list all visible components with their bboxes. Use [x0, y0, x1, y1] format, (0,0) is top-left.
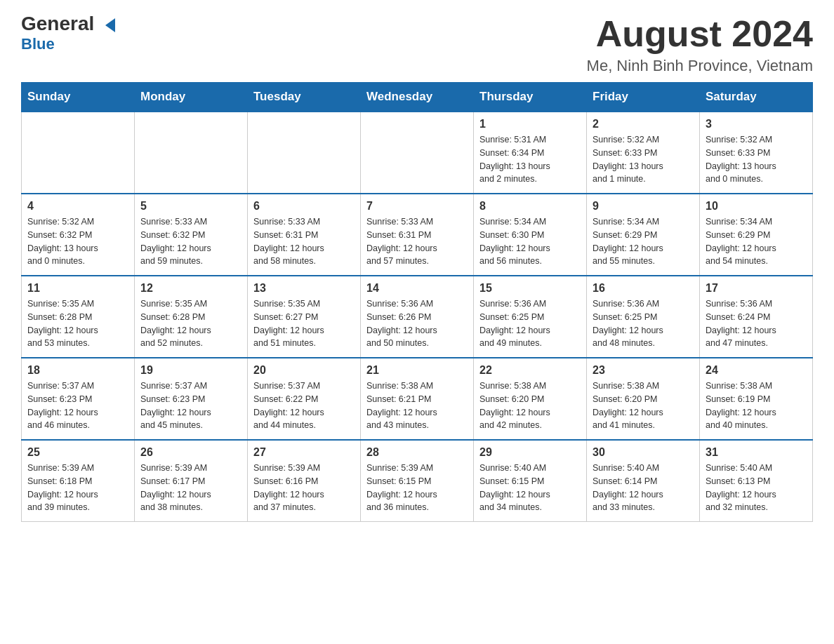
calendar-cell: 26Sunrise: 5:39 AM Sunset: 6:17 PM Dayli… [135, 440, 248, 522]
weekday-header-thursday: Thursday [474, 83, 587, 112]
day-number: 23 [593, 364, 694, 377]
day-number: 28 [366, 446, 468, 459]
logo-general: General [21, 14, 115, 34]
calendar-cell: 24Sunrise: 5:38 AM Sunset: 6:19 PM Dayli… [700, 358, 813, 440]
calendar-cell: 25Sunrise: 5:39 AM Sunset: 6:18 PM Dayli… [22, 440, 135, 522]
weekday-header-saturday: Saturday [700, 83, 813, 112]
day-info: Sunrise: 5:36 AM Sunset: 6:26 PM Dayligh… [366, 297, 468, 350]
day-info: Sunrise: 5:33 AM Sunset: 6:31 PM Dayligh… [366, 215, 468, 268]
day-number: 13 [253, 282, 355, 295]
weekday-header-friday: Friday [587, 83, 700, 112]
day-info: Sunrise: 5:36 AM Sunset: 6:25 PM Dayligh… [479, 297, 581, 350]
title-block: August 2024 Me, Ninh Binh Province, Viet… [587, 14, 813, 75]
day-info: Sunrise: 5:39 AM Sunset: 6:18 PM Dayligh… [27, 462, 128, 514]
day-number: 31 [706, 446, 807, 459]
calendar-cell: 14Sunrise: 5:36 AM Sunset: 6:26 PM Dayli… [361, 276, 474, 358]
day-info: Sunrise: 5:32 AM Sunset: 6:33 PM Dayligh… [593, 133, 694, 186]
day-number: 2 [593, 118, 694, 130]
calendar-cell [22, 112, 135, 194]
calendar-cell: 19Sunrise: 5:37 AM Sunset: 6:23 PM Dayli… [135, 358, 248, 440]
day-number: 21 [366, 364, 468, 377]
calendar-cell: 5Sunrise: 5:33 AM Sunset: 6:32 PM Daylig… [135, 194, 248, 276]
calendar-cell: 3Sunrise: 5:32 AM Sunset: 6:33 PM Daylig… [700, 112, 813, 194]
month-year-title: August 2024 [587, 14, 813, 54]
day-number: 30 [593, 446, 694, 459]
calendar-cell: 29Sunrise: 5:40 AM Sunset: 6:15 PM Dayli… [474, 440, 587, 522]
day-info: Sunrise: 5:34 AM Sunset: 6:29 PM Dayligh… [706, 215, 807, 268]
day-info: Sunrise: 5:32 AM Sunset: 6:33 PM Dayligh… [706, 133, 807, 186]
calendar-cell [361, 112, 474, 194]
calendar-table: SundayMondayTuesdayWednesdayThursdayFrid… [21, 82, 813, 522]
calendar-cell: 18Sunrise: 5:37 AM Sunset: 6:23 PM Dayli… [22, 358, 135, 440]
calendar-cell: 27Sunrise: 5:39 AM Sunset: 6:16 PM Dayli… [248, 440, 361, 522]
day-info: Sunrise: 5:39 AM Sunset: 6:15 PM Dayligh… [366, 462, 468, 514]
week-row-5: 25Sunrise: 5:39 AM Sunset: 6:18 PM Dayli… [22, 440, 813, 522]
day-number: 10 [706, 200, 807, 213]
weekday-header-tuesday: Tuesday [248, 83, 361, 112]
calendar-cell: 10Sunrise: 5:34 AM Sunset: 6:29 PM Dayli… [700, 194, 813, 276]
day-number: 22 [479, 364, 581, 377]
day-number: 1 [479, 118, 581, 130]
day-number: 27 [253, 446, 355, 459]
day-info: Sunrise: 5:33 AM Sunset: 6:32 PM Dayligh… [140, 215, 241, 268]
week-row-1: 1Sunrise: 5:31 AM Sunset: 6:34 PM Daylig… [22, 112, 813, 194]
day-number: 18 [27, 364, 128, 377]
day-info: Sunrise: 5:38 AM Sunset: 6:20 PM Dayligh… [479, 380, 581, 432]
logo: General Blue [21, 14, 115, 53]
calendar-cell: 8Sunrise: 5:34 AM Sunset: 6:30 PM Daylig… [474, 194, 587, 276]
day-info: Sunrise: 5:35 AM Sunset: 6:28 PM Dayligh… [140, 297, 241, 350]
calendar-cell: 11Sunrise: 5:35 AM Sunset: 6:28 PM Dayli… [22, 276, 135, 358]
weekday-header-sunday: Sunday [22, 83, 135, 112]
calendar-cell: 23Sunrise: 5:38 AM Sunset: 6:20 PM Dayli… [587, 358, 700, 440]
calendar-cell: 17Sunrise: 5:36 AM Sunset: 6:24 PM Dayli… [700, 276, 813, 358]
day-info: Sunrise: 5:34 AM Sunset: 6:29 PM Dayligh… [593, 215, 694, 268]
day-info: Sunrise: 5:35 AM Sunset: 6:28 PM Dayligh… [27, 297, 128, 350]
day-info: Sunrise: 5:38 AM Sunset: 6:19 PM Dayligh… [706, 380, 807, 432]
calendar-cell: 15Sunrise: 5:36 AM Sunset: 6:25 PM Dayli… [474, 276, 587, 358]
calendar-cell: 21Sunrise: 5:38 AM Sunset: 6:21 PM Dayli… [361, 358, 474, 440]
calendar-cell: 30Sunrise: 5:40 AM Sunset: 6:14 PM Dayli… [587, 440, 700, 522]
day-number: 17 [706, 282, 807, 295]
day-number: 3 [706, 118, 807, 130]
day-info: Sunrise: 5:37 AM Sunset: 6:23 PM Dayligh… [27, 380, 128, 432]
day-info: Sunrise: 5:39 AM Sunset: 6:16 PM Dayligh… [253, 462, 355, 514]
day-info: Sunrise: 5:38 AM Sunset: 6:21 PM Dayligh… [366, 380, 468, 432]
day-info: Sunrise: 5:33 AM Sunset: 6:31 PM Dayligh… [253, 215, 355, 268]
day-number: 26 [140, 446, 241, 459]
calendar-cell: 6Sunrise: 5:33 AM Sunset: 6:31 PM Daylig… [248, 194, 361, 276]
calendar-cell: 28Sunrise: 5:39 AM Sunset: 6:15 PM Dayli… [361, 440, 474, 522]
calendar-cell: 9Sunrise: 5:34 AM Sunset: 6:29 PM Daylig… [587, 194, 700, 276]
day-number: 11 [27, 282, 128, 295]
week-row-4: 18Sunrise: 5:37 AM Sunset: 6:23 PM Dayli… [22, 358, 813, 440]
day-info: Sunrise: 5:36 AM Sunset: 6:24 PM Dayligh… [706, 297, 807, 350]
calendar-cell: 16Sunrise: 5:36 AM Sunset: 6:25 PM Dayli… [587, 276, 700, 358]
day-number: 16 [593, 282, 694, 295]
day-number: 20 [253, 364, 355, 377]
day-number: 29 [479, 446, 581, 459]
calendar-cell: 7Sunrise: 5:33 AM Sunset: 6:31 PM Daylig… [361, 194, 474, 276]
day-number: 9 [593, 200, 694, 213]
day-info: Sunrise: 5:32 AM Sunset: 6:32 PM Dayligh… [27, 215, 128, 268]
day-info: Sunrise: 5:35 AM Sunset: 6:27 PM Dayligh… [253, 297, 355, 350]
calendar-cell: 2Sunrise: 5:32 AM Sunset: 6:33 PM Daylig… [587, 112, 700, 194]
calendar-cell [248, 112, 361, 194]
day-number: 19 [140, 364, 241, 377]
day-info: Sunrise: 5:40 AM Sunset: 6:14 PM Dayligh… [593, 462, 694, 514]
calendar-cell: 20Sunrise: 5:37 AM Sunset: 6:22 PM Dayli… [248, 358, 361, 440]
calendar-cell [135, 112, 248, 194]
day-info: Sunrise: 5:36 AM Sunset: 6:25 PM Dayligh… [593, 297, 694, 350]
day-info: Sunrise: 5:39 AM Sunset: 6:17 PM Dayligh… [140, 462, 241, 514]
day-number: 25 [27, 446, 128, 459]
day-info: Sunrise: 5:40 AM Sunset: 6:15 PM Dayligh… [479, 462, 581, 514]
calendar-cell: 12Sunrise: 5:35 AM Sunset: 6:28 PM Dayli… [135, 276, 248, 358]
day-number: 24 [706, 364, 807, 377]
day-number: 5 [140, 200, 241, 213]
calendar-cell: 1Sunrise: 5:31 AM Sunset: 6:34 PM Daylig… [474, 112, 587, 194]
day-number: 7 [366, 200, 468, 213]
calendar-cell: 4Sunrise: 5:32 AM Sunset: 6:32 PM Daylig… [22, 194, 135, 276]
day-number: 12 [140, 282, 241, 295]
day-number: 6 [253, 200, 355, 213]
location-subtitle: Me, Ninh Binh Province, Vietnam [587, 57, 813, 75]
calendar-cell: 22Sunrise: 5:38 AM Sunset: 6:20 PM Dayli… [474, 358, 587, 440]
day-number: 8 [479, 200, 581, 213]
